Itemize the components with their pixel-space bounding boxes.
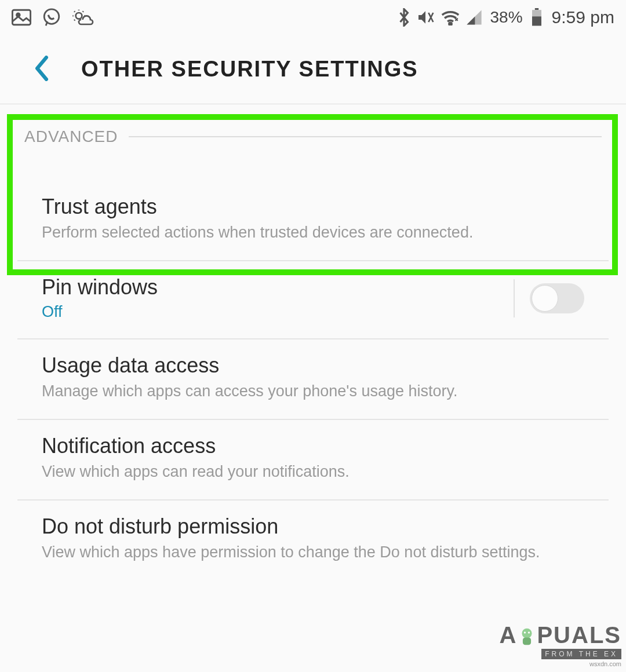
svg-point-11 xyxy=(528,631,530,633)
section-label: ADVANCED xyxy=(24,127,118,146)
item-desc: Perform selected actions when trusted de… xyxy=(42,222,584,243)
item-desc: View which apps can read your notificati… xyxy=(42,462,584,482)
item-trust-agents[interactable]: Trust agents Perform selected actions wh… xyxy=(17,181,609,261)
item-desc: Manage which apps can access your phone'… xyxy=(42,381,584,401)
status-time: 9:59 pm xyxy=(552,8,614,27)
svg-point-10 xyxy=(524,631,526,633)
svg-rect-0 xyxy=(12,10,30,25)
watermark-tag: FROM THE EX xyxy=(541,649,621,659)
watermark: APUALS FROM THE EX wsxdn.com xyxy=(500,622,621,667)
toggle-knob xyxy=(532,285,558,312)
whatsapp-icon xyxy=(42,8,61,27)
battery-icon xyxy=(531,8,543,27)
settings-content: ADVANCED Trust agents Perform selected a… xyxy=(0,104,626,580)
svg-rect-5 xyxy=(534,8,538,10)
item-usage-data-access[interactable]: Usage data access Manage which apps can … xyxy=(17,339,609,420)
item-title: Pin windows xyxy=(42,275,505,300)
section-header-advanced: ADVANCED xyxy=(0,104,626,146)
status-bar: 38% 9:59 pm xyxy=(0,0,626,35)
svg-point-2 xyxy=(44,9,59,24)
section-divider xyxy=(129,136,602,137)
back-button[interactable] xyxy=(34,56,50,83)
toggle-separator xyxy=(514,279,515,317)
svg-rect-7 xyxy=(532,16,541,25)
item-status: Off xyxy=(42,303,505,321)
bluetooth-icon xyxy=(398,8,410,27)
mute-icon xyxy=(416,8,435,27)
watermark-src: wsxdn.com xyxy=(500,660,621,667)
wifi-icon xyxy=(441,9,460,25)
battery-percent: 38% xyxy=(490,8,523,27)
item-title: Notification access xyxy=(42,434,584,458)
weather-icon xyxy=(72,9,95,26)
item-desc: View which apps have permission to chang… xyxy=(42,542,584,563)
svg-rect-9 xyxy=(523,637,531,645)
svg-point-4 xyxy=(449,23,451,25)
item-pin-windows[interactable]: Pin windows Off xyxy=(17,261,609,339)
app-bar: OTHER SECURITY SETTINGS xyxy=(0,35,626,104)
item-title: Do not disturb permission xyxy=(42,514,584,539)
item-dnd-permission[interactable]: Do not disturb permission View which app… xyxy=(17,501,609,580)
svg-point-3 xyxy=(76,13,82,19)
item-title: Usage data access xyxy=(42,353,584,378)
pin-windows-toggle[interactable] xyxy=(530,283,584,313)
svg-point-8 xyxy=(522,629,532,638)
item-title: Trust agents xyxy=(42,195,584,219)
page-title: OTHER SECURITY SETTINGS xyxy=(81,57,418,82)
item-notification-access[interactable]: Notification access View which apps can … xyxy=(17,420,609,501)
gallery-icon xyxy=(12,9,31,26)
signal-icon xyxy=(466,9,482,25)
